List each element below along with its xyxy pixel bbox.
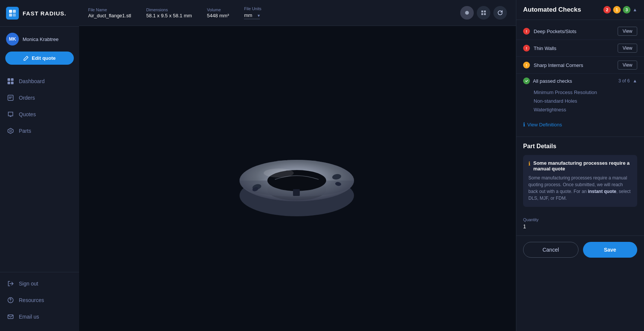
badge-yellow: 1 [613, 6, 621, 14]
file-header: File Name Air_duct_flange1.stl Dimension… [79, 0, 516, 26]
units-wrapper[interactable]: mm in ▼ [244, 12, 261, 19]
volume-label: Volume [207, 8, 229, 12]
panel-title: Automated Checks [523, 6, 581, 14]
check-item-left: Sharp Internal Corners [523, 62, 583, 68]
sidebar-item-parts[interactable]: Parts [0, 123, 79, 139]
check-item-left: Deep Pockets/Slots [523, 28, 576, 35]
svg-rect-1 [13, 10, 16, 13]
check-item-thin-walls: Thin Walls View [516, 40, 644, 57]
svg-rect-7 [11, 82, 14, 84]
sidebar-logo: FAST RADIUS. [0, 0, 79, 27]
orders-icon [7, 94, 14, 102]
svg-rect-13 [8, 315, 13, 319]
sidebar: FAST RADIUS. MK Monica Krabtree Edit quo… [0, 0, 79, 331]
info-icon: ℹ [523, 121, 525, 128]
file-name-field: File Name Air_duct_flange1.stl [88, 8, 131, 18]
view-definitions-link[interactable]: ℹ View Definitions [516, 118, 644, 134]
panel-footer: Cancel Save [516, 235, 644, 264]
dimensions-field: Dimensions 58.1 x 9.5 x 58.1 mm [146, 8, 192, 18]
svg-rect-2 [9, 14, 12, 17]
svg-point-10 [10, 130, 12, 132]
reset-view-button[interactable] [493, 6, 507, 20]
user-name: Monica Krabtree [23, 36, 58, 42]
check-list: Deep Pockets/Slots View Thin Walls View … [516, 20, 644, 137]
view-toggle-dark[interactable] [460, 6, 474, 20]
check-item-left: Thin Walls [523, 45, 556, 52]
check-label-thin-walls: Thin Walls [534, 46, 556, 51]
sidebar-item-parts-label: Parts [19, 128, 31, 134]
check-item-sharp-corners: Sharp Internal Corners View [516, 57, 644, 74]
circle-icon [464, 10, 470, 15]
svg-rect-4 [8, 78, 10, 81]
cancel-button[interactable]: Cancel [523, 242, 578, 258]
part-svg [226, 122, 369, 235]
email-us-item[interactable]: Email us [0, 308, 79, 325]
units-select[interactable]: mm in [244, 12, 260, 19]
badge-green: 3 [623, 6, 630, 14]
file-name-label: File Name [88, 8, 131, 12]
dimensions-value: 58.1 x 9.5 x 58.1 mm [146, 13, 192, 18]
header-controls [460, 6, 507, 20]
warning-icon: ℹ [528, 161, 530, 167]
reset-icon [497, 10, 503, 16]
svg-marker-9 [8, 128, 13, 134]
passed-left: All passed checks [523, 77, 572, 84]
sidebar-item-dashboard[interactable]: Dashboard [0, 73, 79, 90]
passed-count: 3 of 6 [618, 78, 630, 84]
edit-icon [23, 56, 29, 61]
view-sharp-corners-button[interactable]: View [618, 61, 637, 70]
dimensions-label: Dimensions [146, 8, 192, 12]
quantity-label: Quantity [523, 217, 637, 222]
parts-icon [7, 127, 14, 135]
sidebar-item-orders[interactable]: Orders [0, 90, 79, 106]
check-item-deep-pockets: Deep Pockets/Slots View [516, 23, 644, 40]
check-status-red-icon [523, 28, 530, 35]
passed-item-1: Non-standard Holes [534, 97, 637, 105]
dashboard-icon [7, 77, 14, 85]
view-deep-pockets-button[interactable]: View [618, 27, 637, 36]
svg-point-12 [10, 301, 11, 302]
right-panel: Automated Checks 2 1 3 ▲ Deep Pockets/Sl… [516, 0, 644, 331]
badge-red: 2 [603, 6, 611, 14]
sign-out-icon [7, 280, 14, 287]
svg-rect-18 [484, 13, 486, 15]
svg-rect-16 [484, 11, 486, 12]
volume-value: 5448 mm³ [207, 13, 229, 18]
save-button[interactable]: Save [583, 242, 638, 258]
panel-collapse-icon[interactable]: ▲ [633, 7, 637, 12]
quantity-value: 1 [523, 223, 637, 229]
panel-header: Automated Checks 2 1 3 ▲ [516, 0, 644, 20]
svg-rect-3 [13, 14, 16, 17]
check-label-sharp-corners: Sharp Internal Corners [534, 62, 583, 68]
sign-out-label: Sign out [19, 281, 38, 287]
logo-text: FAST RADIUS. [23, 10, 66, 17]
sign-out-item[interactable]: Sign out [0, 275, 79, 292]
sidebar-item-orders-label: Orders [19, 95, 35, 101]
svg-point-14 [465, 11, 469, 15]
edit-quote-button[interactable]: Edit quote [5, 52, 74, 65]
warning-header: ℹ Some manufacturing processes require a… [528, 160, 632, 172]
sidebar-item-quotes[interactable]: Quotes [0, 106, 79, 123]
svg-rect-26 [293, 189, 300, 196]
svg-rect-15 [481, 11, 483, 12]
resources-icon [7, 296, 14, 304]
svg-rect-6 [8, 82, 10, 84]
file-units-label: File Units [244, 6, 261, 11]
passed-section: All passed checks 3 of 6 ▲ Minimum Proce… [516, 74, 644, 118]
sidebar-item-quotes-label: Quotes [19, 111, 36, 117]
passed-header[interactable]: All passed checks 3 of 6 ▲ [523, 77, 637, 84]
passed-item-2: Watertightness [534, 105, 637, 114]
part-3d-view [218, 100, 377, 258]
warning-card: ℹ Some manufacturing processes require a… [523, 155, 637, 207]
passed-item-0: Minimum Process Resolution [534, 88, 637, 97]
passed-items: Minimum Process Resolution Non-standard … [523, 88, 637, 114]
user-row: MK Monica Krabtree [0, 27, 79, 52]
email-icon [7, 313, 14, 320]
resources-item[interactable]: Resources [0, 292, 79, 308]
check-status-red-icon-2 [523, 45, 530, 52]
view-toggle-grid[interactable] [477, 6, 490, 20]
quotes-icon [7, 111, 14, 118]
view-thin-walls-button[interactable]: View [618, 44, 637, 53]
avatar: MK [6, 33, 19, 46]
passed-icon [523, 77, 530, 84]
